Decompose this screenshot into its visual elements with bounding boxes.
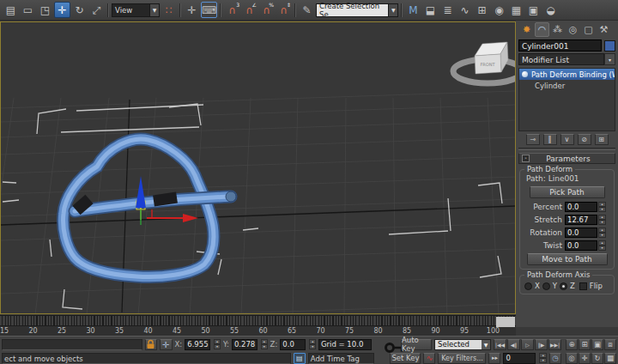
orbit-button[interactable]: ↻ [591,353,603,364]
viewport-canvas[interactable]: FRONT [1,22,515,313]
current-frame-field[interactable]: 0 [503,353,536,364]
render-production-icon[interactable]: ◒ [542,2,559,18]
tab-motion[interactable]: ◎ [566,22,580,37]
modifier-stack[interactable]: Path Deform Binding (WS Cylinder [518,68,615,131]
go-to-start-button[interactable]: |◀◀ [494,339,506,350]
percent-snap-icon[interactable]: ∩% [258,2,275,18]
edit-named-selection-sets-icon[interactable]: ✎ [299,2,315,18]
object-color-swatch[interactable] [604,40,615,52]
rollout-collapse-icon[interactable]: - [522,155,530,162]
modifier-list-arrow-icon[interactable]: ▾ [604,53,615,65]
angle-snap-icon[interactable]: ∩∠ [241,2,258,18]
key-mode-toggle-button[interactable]: ▸▸ [488,353,500,364]
use-pivot-center-icon[interactable]: ∷ [161,2,177,18]
set-key-button[interactable]: Set Key [390,353,421,364]
snap-toggle-3d-icon[interactable]: ∩3 [224,2,240,18]
flip-checkbox[interactable] [579,282,587,290]
go-to-end-button[interactable]: ▶▶| [548,339,561,350]
zoom-extents-button[interactable]: ▣ [591,339,603,350]
axis-y-radio[interactable] [542,282,550,290]
twist-spinner[interactable]: ▴▾ [598,240,606,251]
zoom-button[interactable]: ⊕ [566,339,578,350]
mirror-icon[interactable]: M [405,2,421,18]
named-selection-set-dropdown[interactable]: Create Selection Se▼ [316,3,398,17]
key-selection-dropdown[interactable]: Selected ▼ [434,339,491,350]
z-coordinate-field[interactable]: 0.0 [280,339,306,350]
timeline-ticks[interactable] [0,316,516,326]
tab-modify[interactable]: ◠ [535,22,549,37]
next-frame-button[interactable]: ‖▶ [535,339,548,350]
modifier-list-dropdown[interactable]: Modifier List [518,53,604,65]
window-crossing-icon[interactable]: ◳ [37,2,53,18]
percent-field[interactable]: 0.0 [565,202,597,212]
twist-field[interactable]: 0.0 [565,240,597,251]
keyboard-override-icon[interactable]: ⌨ [201,2,217,18]
key-filters-button[interactable]: Key Filters... [438,353,486,364]
layer-manager-icon[interactable]: ≣ [439,2,456,18]
remove-modifier-button[interactable]: ⊘ [578,134,591,145]
cylinder-object[interactable] [64,139,236,277]
configure-modifier-sets-button[interactable]: ⊞ [595,134,609,145]
object-name-field[interactable]: Cylinder001 [518,39,602,52]
reference-coordinate-dropdown[interactable]: View▼ [112,3,160,17]
mini-listener-icon[interactable]: ▤ [294,353,306,364]
y-spinner[interactable]: ▴▾ [261,339,268,349]
rectangular-selection-region-icon[interactable]: ▭ [20,2,36,18]
dropdown-arrow-icon[interactable]: ▼ [149,4,159,16]
align-icon[interactable]: ⬓ [422,2,439,18]
material-editor-icon[interactable]: ◉ [491,2,507,18]
select-and-manipulate-icon[interactable]: ✛ [184,2,200,18]
percent-spinner[interactable]: ▴▾ [598,202,606,212]
rotation-field[interactable]: 0.0 [565,228,597,238]
tab-create[interactable]: ✸ [519,22,534,37]
dropdown-arrow-icon[interactable]: ▼ [388,4,397,16]
parameters-rollout-header[interactable]: - Parameters [518,153,615,164]
curve-editor-icon[interactable]: ∿ [457,2,473,18]
select-and-move-icon[interactable]: ✛ [54,2,70,18]
perspective-viewport[interactable]: FRONT [0,21,516,314]
tab-hierarchy[interactable]: ⁂ [550,22,565,37]
zoom-all-button[interactable]: ⊞ [579,339,591,350]
viewcube[interactable]: FRONT [453,42,515,83]
modifier-stack-item-path-deform[interactable]: Path Deform Binding (WS [519,69,615,80]
pan-button[interactable]: ✛ [579,353,591,364]
make-unique-button[interactable]: ∨ [560,134,574,145]
set-key-filters-curve-icon[interactable]: ∿ [423,353,435,364]
zoom-extents-all-button[interactable]: ⧈ [604,339,616,350]
modifier-stack-item-cylinder[interactable]: Cylinder [519,80,615,91]
schematic-view-icon[interactable]: ⊞ [474,2,490,18]
x-coordinate-field[interactable]: 6.955 [185,339,210,350]
frame-spinner[interactable]: ▴▾ [539,353,547,363]
rendered-frame-icon[interactable]: ▣ [525,2,542,18]
add-time-tag[interactable]: Add Time Tag [308,353,375,364]
auto-key-button[interactable]: Auto Key [401,339,432,350]
time-slider-track[interactable]: 1520253035404550556065707580859095100 [0,315,516,336]
dropdown-arrow-icon[interactable]: ▼ [482,340,490,349]
stretch-spinner[interactable]: ▴▾ [598,215,606,225]
previous-frame-button[interactable]: ◀‖ [507,339,520,350]
move-to-path-button[interactable]: Move to Path [527,253,608,265]
y-coordinate-field[interactable]: 0.278 [232,339,258,350]
lightbulb-icon[interactable] [522,71,528,77]
pin-stack-button[interactable]: ⊸ [526,134,540,145]
axis-z-radio[interactable] [560,282,567,290]
field-of-view-button[interactable]: ◎ [566,353,578,364]
time-configuration-button[interactable]: ◷ [549,353,561,364]
rotation-spinner[interactable]: ▴▾ [598,228,606,238]
axis-x-radio[interactable] [524,282,532,290]
tab-utilities[interactable]: ⚒ [597,22,611,37]
show-end-result-button[interactable]: ‖ [543,134,557,145]
z-spinner[interactable]: ▴▾ [309,339,316,349]
tab-display[interactable]: ▢ [581,22,596,37]
select-by-name-icon[interactable]: ▤ [3,2,19,18]
select-and-scale-icon[interactable]: ⤢ [88,2,105,18]
spinner-snap-icon[interactable]: ∩⇕ [276,2,292,18]
x-spinner[interactable]: ▴▾ [214,339,221,349]
maximize-viewport-button[interactable]: ▦ [604,353,616,364]
maxscript-mini-listener[interactable] [2,339,142,350]
select-and-rotate-icon[interactable]: ↻ [71,2,88,18]
play-button[interactable]: ▷ [521,339,534,350]
render-setup-icon[interactable]: ▦ [508,2,524,18]
stretch-field[interactable]: 12.67 [565,215,597,225]
selection-lock-icon[interactable] [145,339,157,350]
